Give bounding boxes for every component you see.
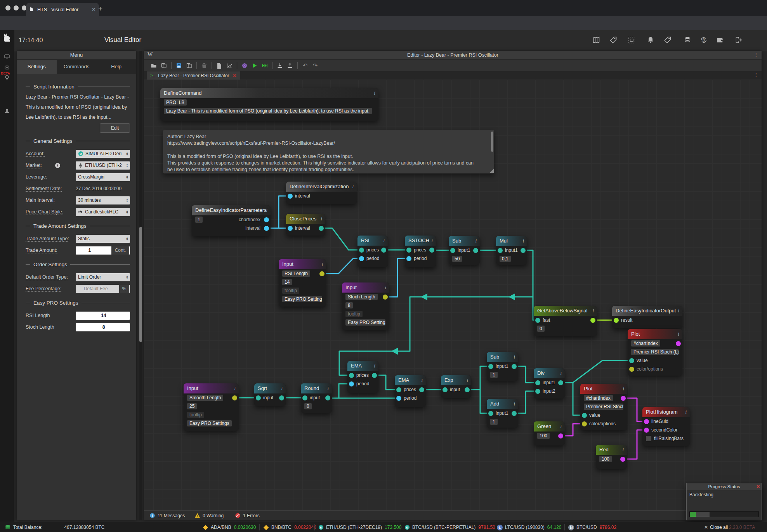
port-in-input1[interactable] — [498, 248, 503, 253]
node-field[interactable]: Premier RSI Stoch — [584, 404, 623, 410]
port-out[interactable] — [558, 433, 563, 438]
port-out[interactable] — [465, 387, 470, 392]
port-in-interval[interactable] — [288, 226, 293, 231]
bell-icon[interactable] — [647, 36, 655, 45]
node-info-icon[interactable]: i — [623, 384, 624, 394]
node-Div[interactable]: Div iinput1input2 — [534, 368, 565, 399]
browser-tab[interactable]: HTS - Visual Editor ✕ — [26, 3, 99, 16]
node-field[interactable]: 1 — [195, 217, 203, 223]
node-InputStochLength[interactable]: Input iStoch Length8tooltipEasy PRO Sett… — [342, 282, 389, 330]
comment-scrollbar[interactable] — [491, 132, 493, 152]
node-info-icon[interactable]: i — [522, 236, 524, 246]
node-RSI[interactable]: RSI ipricesperiod — [357, 236, 388, 267]
port-out[interactable] — [325, 395, 330, 400]
select-trade-amount-type-[interactable]: Static▲▼ — [76, 235, 130, 243]
port-out[interactable] — [620, 457, 625, 462]
node-info-icon[interactable]: i — [514, 352, 515, 362]
node-Round[interactable]: Round iinput0 — [301, 383, 332, 413]
node-field[interactable]: Premier RSI Stoch (L) — [631, 349, 678, 355]
port-in-secondColor[interactable] — [644, 428, 649, 433]
node-info-icon[interactable]: i — [431, 236, 433, 246]
sidebar-tab-commands[interactable]: Commands — [57, 60, 97, 74]
node-field[interactable]: Stoch Length — [345, 294, 378, 300]
node-field-tooltip[interactable]: tooltip — [282, 288, 299, 294]
node-info-icon[interactable]: i — [383, 236, 385, 246]
port-out[interactable] — [419, 387, 424, 392]
node-InputSmoothLength[interactable]: Input iSmooth Length25tooltipEasy PRO Se… — [184, 383, 239, 431]
node-field[interactable]: 100 — [599, 456, 612, 462]
node-field[interactable]: Easy PRO Settings — [282, 296, 322, 302]
port-in-lineGuid[interactable] — [644, 419, 649, 424]
script-tab[interactable]: >_ Lazy Bear - Premier RSI Oscillator ✕ — [147, 71, 240, 80]
comment-box[interactable]: Author: Lazy Bearhttps://www.tradingview… — [163, 130, 494, 173]
ticker-ada-bnb[interactable]: ADA/BNB 0.0020630 — [203, 522, 256, 532]
node-info-icon[interactable]: i — [321, 214, 322, 224]
port-in-period[interactable] — [359, 256, 364, 261]
ticket-icon[interactable] — [609, 36, 618, 45]
port-out[interactable] — [512, 411, 517, 416]
node-info-icon[interactable]: i — [685, 407, 687, 417]
progress-close-icon[interactable]: ✕ — [756, 483, 760, 490]
tab-close-icon[interactable]: ✕ — [92, 7, 96, 12]
msg-warn[interactable]: !0 Warning — [194, 511, 224, 520]
port-in-period[interactable] — [396, 396, 401, 401]
port-in-interval[interactable] — [288, 194, 293, 199]
node-Green[interactable]: Green i100 — [534, 421, 565, 445]
node-info-icon[interactable]: i — [678, 306, 679, 316]
sidebar-scrollbar-thumb[interactable] — [139, 227, 142, 342]
chart-icon[interactable] — [224, 62, 234, 69]
port-in-color/options[interactable] — [582, 421, 587, 426]
marquee-icon[interactable] — [627, 36, 636, 45]
node-DefineIntervalOptimization[interactable]: DefineIntervalOptimization iinterval — [286, 182, 357, 204]
node-info-icon[interactable]: i — [234, 383, 236, 393]
coins-icon[interactable] — [683, 36, 692, 45]
node-field[interactable]: Easy PRO Settings — [187, 420, 232, 426]
node-info-icon[interactable]: i — [467, 375, 468, 385]
port-out[interactable] — [264, 217, 269, 222]
sidebar-tab-settings[interactable]: Settings — [17, 60, 57, 74]
select-leverage-[interactable]: CrossMargin▲▼ — [76, 173, 130, 181]
node-field[interactable]: 100 — [537, 433, 550, 439]
port-out[interactable] — [558, 380, 563, 385]
close-all-button[interactable]: ✕ Close all — [704, 522, 728, 532]
port-out[interactable] — [372, 373, 377, 378]
node-info-icon[interactable]: i — [281, 383, 283, 393]
node-info-icon[interactable]: i — [560, 368, 562, 378]
node-Mul[interactable]: Mul iinput10,1 — [496, 236, 527, 265]
port-out[interactable] — [512, 364, 517, 369]
input-rsi-length[interactable]: 14 — [76, 312, 130, 320]
node-EMA1[interactable]: EMA ipricesperiod — [347, 361, 378, 393]
logout-icon[interactable] — [734, 36, 743, 45]
port-out[interactable] — [383, 295, 388, 300]
info-icon[interactable]: i — [55, 163, 60, 168]
node-field[interactable]: 0 — [304, 403, 312, 409]
node-field[interactable]: 8 — [345, 302, 353, 308]
node-EMA2[interactable]: EMA ipricesperiod — [395, 375, 426, 407]
port-in-prices[interactable] — [359, 248, 364, 253]
web-icon[interactable] — [239, 62, 250, 69]
node-field[interactable]: 14 — [282, 279, 292, 285]
node-info-icon[interactable]: i — [374, 361, 375, 371]
port-out[interactable] — [279, 395, 284, 400]
port-in-input1[interactable] — [488, 364, 493, 369]
port-in-result[interactable] — [614, 318, 619, 323]
port-out[interactable] — [381, 248, 386, 253]
menu-panel-title[interactable]: Menu — [17, 51, 136, 60]
tag-icon[interactable] — [664, 36, 672, 45]
sidebar-tab-help[interactable]: Help — [96, 60, 136, 74]
node-field-tooltip[interactable]: tooltip — [187, 412, 204, 418]
node-PlotL[interactable]: Plot i#chartIndexPremier RSI Stoch (L)va… — [628, 329, 682, 376]
node-info-icon[interactable]: i — [421, 375, 423, 385]
port-in-color/options[interactable] — [629, 367, 634, 372]
node-info-icon[interactable]: i — [592, 306, 594, 316]
node-GetAboveBelowSignal[interactable]: GetAboveBelowSignal ifast0 — [534, 306, 597, 336]
bulb-icon[interactable] — [3, 75, 11, 82]
select-account-[interactable]: ÐSIMULATED Deri▲▼ — [76, 150, 130, 158]
node-info-icon[interactable]: i — [560, 421, 562, 431]
checkbox-fillRaisingBars[interactable] — [646, 436, 651, 441]
node-field[interactable]: 0,1 — [500, 256, 511, 262]
node-PlotHistogram[interactable]: PlotHistogram ilineGuidsecondColorfillRa… — [642, 407, 690, 446]
copy-note-icon[interactable] — [159, 62, 169, 69]
select-market-[interactable]: ETH/USD (ETH-2▲▼ — [76, 161, 130, 170]
export-doc-icon[interactable] — [214, 62, 224, 69]
